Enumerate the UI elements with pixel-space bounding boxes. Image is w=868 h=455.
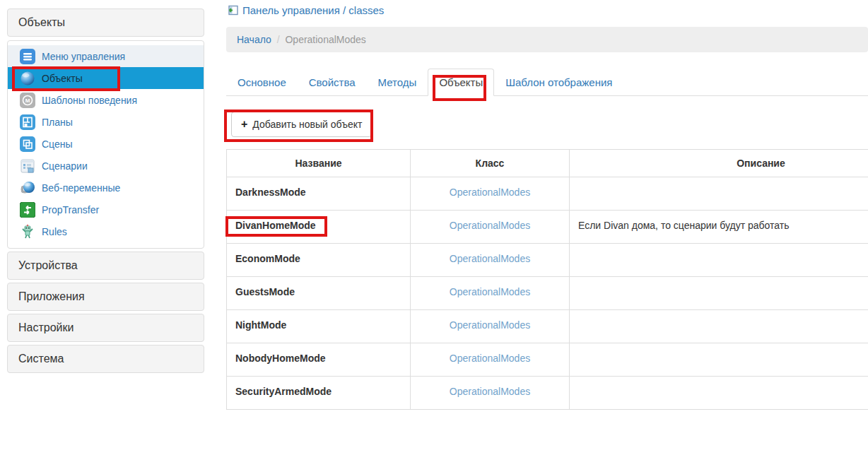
globe-icon	[20, 71, 35, 86]
object-name: NightMode	[227, 310, 411, 343]
sidebar-item-objects[interactable]: Объекты	[8, 67, 204, 89]
table-row: GuestsMode OperationalModes	[227, 277, 868, 310]
table-row: DarknessMode OperationalModes	[227, 177, 868, 211]
sidebar-item-scenes[interactable]: Сцены	[8, 133, 204, 155]
sidebar-section-settings[interactable]: Настройки	[7, 314, 204, 342]
web-variables-icon	[20, 180, 35, 196]
main-content: Панель управления / classes Начало / Ope…	[226, 0, 868, 410]
page-title-link[interactable]: Панель управления / classes	[242, 4, 384, 16]
sidebar-item-label: Объекты	[42, 73, 83, 84]
tab-display-template[interactable]: Шаблон отображения	[494, 69, 623, 96]
tab-methods[interactable]: Методы	[367, 69, 428, 96]
sidebar-item-web-variables[interactable]: Веб-переменные	[8, 177, 204, 199]
add-new-object-button[interactable]: + Добавить новый объект	[231, 112, 372, 137]
object-name: GuestsMode	[227, 277, 411, 310]
object-class-link[interactable]: OperationalModes	[450, 286, 530, 297]
sidebar-item-label: Меню управления	[42, 51, 125, 62]
object-class-link[interactable]: OperationalModes	[450, 220, 530, 231]
sidebar-item-plans[interactable]: Планы	[8, 111, 204, 133]
sidebar-menu-panel: Меню управления Объекты M Шабло	[7, 40, 204, 249]
sidebar-section-system[interactable]: Система	[7, 345, 204, 373]
table-row: NightMode OperationalModes	[227, 310, 868, 343]
object-class-link[interactable]: OperationalModes	[450, 353, 530, 364]
object-description	[570, 244, 868, 277]
column-header-class: Класс	[411, 150, 570, 177]
object-class-link[interactable]: OperationalModes	[450, 253, 530, 264]
behavior-template-icon: M	[20, 93, 35, 108]
prop-transfer-icon	[20, 202, 35, 218]
table-row: EconomMode OperationalModes	[227, 244, 868, 277]
svg-text:M: M	[25, 98, 30, 104]
object-description	[570, 177, 868, 211]
object-name: NobodyHomeMode	[227, 343, 411, 377]
object-name: DivanHomeMode	[227, 211, 411, 244]
scenes-icon	[20, 136, 35, 152]
object-class-link[interactable]: OperationalModes	[450, 187, 530, 198]
sidebar-item-rules[interactable]: Rules	[8, 220, 204, 242]
breadcrumb-current: OperationalModes	[285, 34, 365, 45]
object-class-link[interactable]: OperationalModes	[450, 319, 530, 331]
column-header-name: Название	[227, 150, 411, 177]
tab-objects[interactable]: Объекты	[428, 69, 494, 96]
sidebar-item-label: Сцены	[42, 138, 73, 150]
scripts-icon	[20, 158, 35, 174]
sidebar-item-label: Веб-переменные	[42, 182, 120, 194]
object-description	[570, 343, 868, 377]
object-name: SecurityArmedMode	[227, 377, 411, 410]
sidebar-item-label: Сценарии	[42, 160, 88, 172]
table-row: SecurityArmedMode OperationalModes	[227, 377, 868, 410]
add-new-object-label: Добавить новый объект	[252, 119, 362, 130]
tab-properties[interactable]: Свойства	[298, 69, 367, 96]
breadcrumb-separator: /	[274, 34, 283, 45]
object-description	[570, 277, 868, 310]
object-class-link[interactable]: OperationalModes	[450, 386, 530, 397]
tab-main[interactable]: Основное	[226, 69, 298, 96]
table-header-row: Название Класс Описание	[227, 150, 868, 177]
sidebar-section-applications[interactable]: Приложения	[7, 283, 204, 311]
sidebar-item-scripts[interactable]: Сценарии	[8, 155, 204, 177]
tab-bar: Основное Свойства Методы Объекты Шаблон …	[226, 69, 868, 96]
object-description: Если Divan дома, то сценарии будут работ…	[570, 211, 868, 244]
object-description	[570, 310, 868, 343]
sidebar-section-devices[interactable]: Устройства	[7, 252, 204, 280]
sidebar-item-label: Планы	[42, 117, 73, 128]
exit-window-icon	[226, 5, 238, 16]
table-row: NobodyHomeMode OperationalModes	[227, 343, 868, 377]
rules-icon	[20, 224, 35, 240]
sidebar-item-label: Шаблоны поведения	[42, 95, 137, 106]
sidebar: Объекты Меню управления	[7, 8, 204, 373]
object-description	[570, 377, 868, 410]
sidebar-section-objects[interactable]: Объекты	[7, 8, 204, 37]
menu-icon	[20, 49, 35, 64]
object-name: DarknessMode	[227, 177, 411, 211]
object-name: EconomMode	[227, 244, 411, 277]
column-header-description: Описание	[570, 150, 868, 177]
floorplan-icon	[20, 114, 35, 130]
page-title: Панель управления / classes	[226, 4, 868, 16]
sidebar-item-prop-transfer[interactable]: PropTransfer	[8, 199, 204, 220]
plus-icon: +	[241, 118, 247, 131]
breadcrumb: Начало / OperationalModes	[226, 27, 868, 52]
sidebar-item-label: PropTransfer	[42, 204, 99, 215]
sidebar-item-control-menu[interactable]: Меню управления	[8, 45, 204, 67]
objects-table: Название Класс Описание DarknessMode Ope…	[226, 149, 868, 410]
sidebar-item-behavior-templates[interactable]: M Шаблоны поведения	[8, 89, 204, 111]
table-row: DivanHomeMode OperationalModes Если Diva…	[227, 211, 868, 244]
breadcrumb-home-link[interactable]: Начало	[237, 34, 271, 45]
sidebar-item-label: Rules	[42, 226, 67, 237]
